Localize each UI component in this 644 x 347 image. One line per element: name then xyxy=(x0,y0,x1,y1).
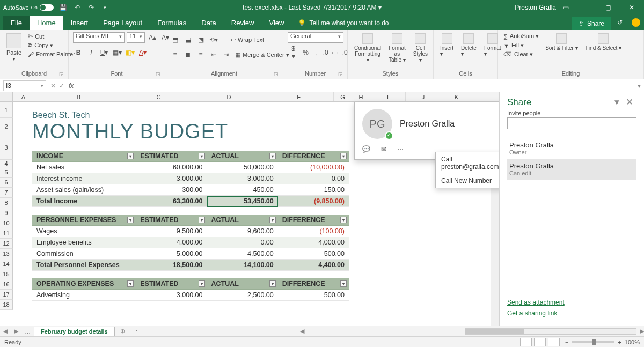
cell-styles-button[interactable]: Cell Styles ▾ xyxy=(411,32,430,64)
col-estimated[interactable]: ESTIMATED▾ xyxy=(136,151,207,162)
table-total-row[interactable]: Total Income63,300.0053,450.00(9,850.00) xyxy=(32,196,349,207)
col-income[interactable]: INCOME▾ xyxy=(32,151,136,162)
tab-data[interactable]: Data xyxy=(194,16,223,30)
align-left-icon[interactable]: ≡ xyxy=(170,49,180,60)
orientation-icon[interactable]: ⟲▾ xyxy=(208,34,219,45)
row-header[interactable]: 9 xyxy=(0,208,13,218)
tab-file[interactable]: File xyxy=(3,16,30,30)
filter-icon[interactable]: ▾ xyxy=(199,217,205,223)
tab-page-layout[interactable]: Page Layout xyxy=(96,16,150,30)
row-header[interactable]: 5 xyxy=(0,167,13,178)
sort-filter-button[interactable]: Sort & Filter ▾ xyxy=(543,32,580,52)
row-header[interactable]: 7 xyxy=(0,188,13,198)
row-header[interactable]: 2 xyxy=(0,118,13,135)
fill-color-button[interactable]: ◧▾ xyxy=(125,47,135,58)
zoom-slider[interactable] xyxy=(572,341,614,343)
fill-button[interactable]: ▼Fill ▾ xyxy=(502,41,540,49)
tab-view[interactable]: View xyxy=(261,16,291,30)
filter-icon[interactable]: ▾ xyxy=(127,217,134,223)
row-header[interactable]: 13 xyxy=(0,249,13,259)
redo-icon[interactable]: ↷ xyxy=(87,3,96,12)
share-person[interactable]: Preston GrallaCan edit xyxy=(507,159,636,180)
merge-center-button[interactable]: ▦Merge & Center ▾ xyxy=(234,49,290,60)
worksheet-area[interactable]: ABCDFGHIJK 123456789101112131415161718 B… xyxy=(0,92,499,326)
tab-review[interactable]: Review xyxy=(224,16,262,30)
col-difference[interactable]: DIFFERENCE▾ xyxy=(278,151,349,162)
table-row[interactable]: Net sales60,000.0050,000.00(10,000.00) xyxy=(32,162,349,173)
format-as-table-button[interactable]: Format as Table ▾ xyxy=(386,32,408,64)
autosum-button[interactable]: ∑AutoSum ▾ xyxy=(502,32,540,40)
filter-icon[interactable]: ▾ xyxy=(340,217,347,223)
increase-indent-icon[interactable]: ⇥ xyxy=(221,49,232,60)
column-header[interactable]: D xyxy=(194,92,264,101)
document-title[interactable]: test excel.xlsx - Last Saved 7/31/2017 9… xyxy=(109,4,515,11)
filter-icon[interactable]: ▾ xyxy=(199,153,205,159)
align-center-icon[interactable]: ≣ xyxy=(182,49,193,60)
filter-icon[interactable]: ▾ xyxy=(340,153,347,159)
row-header[interactable]: 14 xyxy=(0,259,13,269)
decrease-decimal-icon[interactable]: ←.0 xyxy=(336,47,347,58)
chat-icon[interactable]: 💬 xyxy=(362,145,370,153)
number-dialog-icon[interactable]: ◲ xyxy=(338,71,343,77)
table-row[interactable]: Asset sales (gain/loss)300.00450.00150.0… xyxy=(32,184,349,196)
column-header[interactable]: J xyxy=(406,92,441,101)
column-header[interactable]: H xyxy=(352,92,370,101)
decrease-indent-icon[interactable]: ⇤ xyxy=(208,49,219,60)
new-sheet-icon[interactable]: ⊕ xyxy=(115,328,130,335)
row-header[interactable]: 10 xyxy=(0,218,13,228)
italic-button[interactable]: I xyxy=(86,47,97,58)
enter-formula-icon[interactable]: ✓ xyxy=(59,82,64,90)
sheet-tab[interactable]: February budget details xyxy=(34,327,115,336)
filter-icon[interactable]: ▾ xyxy=(269,217,276,223)
alignment-dialog-icon[interactable]: ◲ xyxy=(274,71,279,77)
zoom-in-icon[interactable]: + xyxy=(618,339,621,345)
column-header[interactable]: I xyxy=(370,92,406,101)
tab-more-icon[interactable]: … xyxy=(21,328,34,335)
number-format-select[interactable]: General xyxy=(288,32,343,43)
save-icon[interactable]: 💾 xyxy=(59,3,68,12)
align-middle-icon[interactable]: ⬓ xyxy=(182,34,193,45)
history-icon[interactable]: ↺ xyxy=(612,15,628,30)
column-header[interactable]: B xyxy=(34,92,123,101)
font-dialog-icon[interactable]: ◲ xyxy=(156,71,160,77)
row-header[interactable]: 8 xyxy=(0,198,13,208)
expand-formula-bar-icon[interactable]: ▾ xyxy=(634,82,644,90)
tab-home[interactable]: Home xyxy=(30,16,63,30)
autosave-toggle[interactable]: AutoSave On xyxy=(3,4,54,11)
undo-icon[interactable]: ↶ xyxy=(73,3,82,12)
get-sharing-link[interactable]: Get a sharing link xyxy=(507,309,636,317)
col-actual[interactable]: ACTUAL▾ xyxy=(207,151,278,162)
clear-button[interactable]: ⌫Clear ▾ xyxy=(502,50,540,58)
page-break-view-icon[interactable] xyxy=(548,338,560,346)
horizontal-scrollbar[interactable]: ⋮ ◀ ▶ xyxy=(130,328,644,335)
name-box[interactable]: I3 xyxy=(3,80,46,91)
more-icon[interactable]: ⋯ xyxy=(397,145,404,153)
column-header[interactable]: A xyxy=(13,92,34,101)
call-new-number-item[interactable]: Call New Number xyxy=(436,174,499,188)
table-row[interactable]: Employee benefits4,000.000.004,000.00 xyxy=(32,237,349,248)
font-size-select[interactable]: 11 xyxy=(127,32,145,43)
send-as-attachment-link[interactable]: Send as attachment xyxy=(507,299,636,306)
filter-icon[interactable]: ▾ xyxy=(269,153,276,159)
filter-icon[interactable]: ▾ xyxy=(199,280,205,287)
call-email-item[interactable]: Call preston@gralla.com xyxy=(436,152,499,174)
close-button[interactable]: ✕ xyxy=(623,0,641,15)
feedback-smiley-icon[interactable] xyxy=(628,15,644,30)
tab-scroll-left-icon[interactable]: ◀ xyxy=(0,328,11,335)
row-header[interactable]: 3 xyxy=(0,135,13,160)
row-header[interactable]: 6 xyxy=(0,178,13,188)
maximize-button[interactable]: ▢ xyxy=(599,0,617,15)
mail-icon[interactable]: ✉ xyxy=(381,145,386,153)
paste-button[interactable]: Paste▼ xyxy=(4,32,24,63)
row-header[interactable]: 17 xyxy=(0,290,13,300)
align-right-icon[interactable]: ≡ xyxy=(195,49,206,60)
increase-decimal-icon[interactable]: .0→ xyxy=(324,47,334,58)
row-header[interactable]: 16 xyxy=(0,279,13,290)
clipboard-dialog-icon[interactable]: ◲ xyxy=(59,71,64,77)
find-select-button[interactable]: Find & Select ▾ xyxy=(583,32,624,52)
pane-menu-icon[interactable]: ▾ xyxy=(611,97,623,108)
tab-formulas[interactable]: Formulas xyxy=(150,16,194,30)
table-row[interactable]: Wages9,500.009,600.00(100.00) xyxy=(32,226,349,237)
cancel-formula-icon[interactable]: ✕ xyxy=(50,82,56,90)
normal-view-icon[interactable] xyxy=(520,338,532,346)
